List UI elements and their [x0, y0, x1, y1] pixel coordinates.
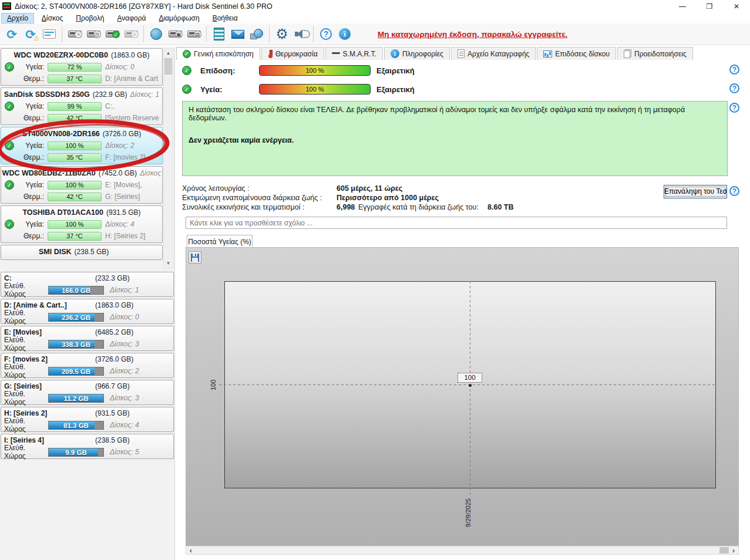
menu-help[interactable]: Βοήθεια: [207, 14, 243, 23]
scroll-down-icon[interactable]: ▼: [164, 259, 173, 268]
disk-dock-icon[interactable]: ▤: [184, 25, 203, 43]
disk-list-scrollbar[interactable]: ▲ ▼: [163, 48, 173, 268]
network-disk-icon[interactable]: [147, 25, 166, 43]
report-icon[interactable]: [40, 25, 59, 43]
menu-report[interactable]: Αναφορά: [112, 14, 151, 23]
power-on-label: Χρόνος λειτουργίας :: [182, 184, 250, 193]
restore-button[interactable]: ❐: [696, 0, 723, 12]
refresh-alert-icon[interactable]: ⟳⚠: [21, 25, 40, 43]
disk-number: Δίσκος: 0: [105, 63, 162, 71]
close-button[interactable]: ✕: [723, 0, 750, 12]
disk-name: SanDisk SDSSDH3 250G: [4, 90, 90, 99]
health-label: Υγεία:: [17, 141, 44, 150]
free-space-label: Ελεύθ. Χώρος: [1, 336, 48, 352]
health-bar: 100 %: [48, 220, 102, 229]
tab-smart[interactable]: S.M.A.R.T.: [325, 47, 383, 60]
disk-gauge-icon[interactable]: ◔: [65, 25, 84, 43]
partition-card-f[interactable]: F: [movies 2](3726.0 GB) Ελεύθ. Χώρος209…: [1, 353, 174, 378]
notes-icon[interactable]: [210, 25, 228, 43]
scroll-thumb[interactable]: [164, 58, 172, 75]
hard-disk-sentinel-window: Δίσκος: 2, ST4000VN008-2DR166 [ZGY87XBY]…: [0, 0, 750, 560]
network-share-icon[interactable]: [247, 25, 266, 43]
tab-temperature[interactable]: Θερμοκρασία: [261, 47, 324, 60]
chart-gridline-vertical: [470, 281, 470, 494]
partition-disk-number: Δίσκος: 0: [110, 313, 139, 321]
help-icon[interactable]: ?: [729, 65, 741, 76]
refresh-icon[interactable]: ⟳: [2, 25, 21, 43]
sounds-icon[interactable]: [291, 25, 310, 43]
help-icon[interactable]: ?: [729, 103, 741, 114]
retest-button[interactable]: Επανάληψη του Τεστ: [664, 185, 727, 198]
disk-card-sandisk[interactable]: SanDisk SDSSDH3 250G(232.9 GB)Δίσκος: 1 …: [1, 87, 163, 125]
disk-card-wd80edbz[interactable]: WDC WD80EDBZ-11B0ZA0(7452.0 GB)Δίσκος ✓Υ…: [1, 166, 163, 204]
disk-card-wd20ezrx[interactable]: WDC WD20EZRX-00DC0B0(1863.0 GB) ✓Υγεία:7…: [1, 48, 163, 86]
disk-volumes: [System Reserve: [105, 114, 162, 122]
tab-log[interactable]: Αρχείο Καταγραφής: [451, 47, 536, 60]
disk-clock-icon[interactable]: ◷: [84, 25, 103, 43]
partition-size: (931.5 GB): [95, 409, 130, 417]
free-space-label: Ελεύθ. Χώρος: [1, 444, 48, 460]
disk-card-smi[interactable]: SMI DISK(238.5 GB): [1, 245, 163, 260]
tab-overview[interactable]: ✓Γενική επισκόπηση: [176, 47, 260, 60]
temp-bar: 37 °C: [48, 75, 102, 83]
tab-alerts[interactable]: Προειδοποιήσεις: [617, 47, 693, 60]
minimize-button[interactable]: —: [669, 0, 696, 12]
disk-usb-icon[interactable]: ▣: [166, 25, 184, 43]
tab-label: Πληροφορίες: [402, 50, 443, 58]
chart-gridline-horizontal: [219, 384, 716, 385]
health-bar: 100 %: [48, 141, 102, 150]
chart-x-axis-date-label: 9/29/2025: [465, 491, 474, 527]
menu-file[interactable]: Αρχείο: [1, 13, 34, 23]
partition-card-g[interactable]: G: [Seiries](966.7 GB) Ελεύθ. Χώρος11.2 …: [1, 380, 174, 405]
lifetime-value: Περισσότερο από 1000 μέρες: [337, 194, 439, 202]
scroll-up-icon[interactable]: ▲: [164, 49, 173, 58]
disk-card-st4000-selected[interactable]: ST4000VN008-2DR166(3726.0 GB) ✓Υγεία:100…: [1, 127, 163, 164]
disk-card-toshiba[interactable]: TOSHIBA DT01ACA100(931.5 GB) ✓Υγεία:100 …: [1, 205, 163, 243]
help-icon[interactable]: ?: [729, 186, 741, 198]
scroll-left-icon[interactable]: ‹: [186, 546, 196, 554]
temp-bar: 35 °C: [48, 153, 102, 162]
main-panel: ✓Γενική επισκόπηση Θερμοκρασία S.M.A.R.T…: [176, 47, 750, 560]
partition-card-h[interactable]: H: [Seiries 2](931.5 GB) Ελεύθ. Χώρος81.…: [1, 407, 174, 432]
comment-input[interactable]: [186, 217, 727, 229]
free-space-label: Ελεύθ. Χώρος: [1, 363, 48, 379]
partition-card-i[interactable]: I: [Seiries 4](238.5 GB) Ελεύθ. Χώρος9.9…: [1, 434, 174, 459]
window-controls: — ❐ ✕: [669, 0, 750, 12]
help-icon[interactable]: ?: [317, 25, 335, 43]
scroll-right-icon[interactable]: ›: [729, 546, 738, 554]
disk-name: SMI DISK: [39, 248, 72, 256]
tab-disk-performance[interactable]: Επιδόσεις δίσκου: [537, 47, 616, 60]
health-bar: 100 %: [48, 181, 102, 190]
save-chart-button[interactable]: [189, 251, 201, 264]
chart-tab-health-percent[interactable]: Ποσοστά Υγείας (%): [187, 235, 253, 248]
menu-view[interactable]: Προβολή: [70, 14, 109, 23]
partition-size: (6485.2 GB): [95, 328, 133, 336]
scroll-thumb[interactable]: [719, 547, 729, 554]
menu-disk[interactable]: Δίσκος: [36, 14, 68, 23]
chart-horizontal-scrollbar[interactable]: ‹ ›: [186, 546, 739, 555]
info-icon[interactable]: i: [335, 25, 354, 43]
performance-label: Επίδοση:: [194, 66, 259, 75]
partition-card-c[interactable]: C:(232.3 GB) Ελεύθ. Χώρος166.0 GBΔίσκος:…: [1, 272, 174, 297]
tab-label: Προειδοποιήσεις: [634, 50, 687, 58]
disk-ok-status-icon: ✓: [5, 62, 14, 72]
partition-size: (3726.0 GB): [95, 355, 133, 363]
chart-data-point: [469, 384, 472, 387]
settings-gear-icon[interactable]: ⚙: [273, 25, 291, 43]
partition-disk-number: Δίσκος: 3: [110, 340, 139, 348]
disk-number: Δίσκος: 4: [105, 220, 162, 228]
disk-search-icon[interactable]: ⌕: [122, 25, 140, 43]
disk-volumes: E: [Movies],: [105, 181, 162, 189]
register-notice-link[interactable]: Μη καταχωρημένη έκδοση, παρακαλώ εγγραφε…: [378, 30, 567, 39]
partition-name: F: [movies 2]: [1, 355, 95, 363]
partition-card-e[interactable]: E: [Movies](6485.2 GB) Ελεύθ. Χώρος338.3…: [1, 326, 174, 351]
tab-information[interactable]: iΠληροφορίες: [384, 47, 450, 60]
menu-configuration[interactable]: Διαμόρφωση: [153, 14, 204, 23]
disk-name: TOSHIBA DT01ACA100: [22, 208, 103, 217]
partition-card-d[interactable]: D: [Anime & Cart..](1863.0 GB) Ελεύθ. Χώ…: [1, 299, 174, 324]
partition-name: C:: [1, 274, 95, 282]
help-icon[interactable]: ?: [729, 83, 741, 95]
disk-ok-icon[interactable]: ✓: [103, 25, 122, 43]
document-icon: [458, 49, 465, 58]
email-icon[interactable]: [228, 25, 247, 43]
